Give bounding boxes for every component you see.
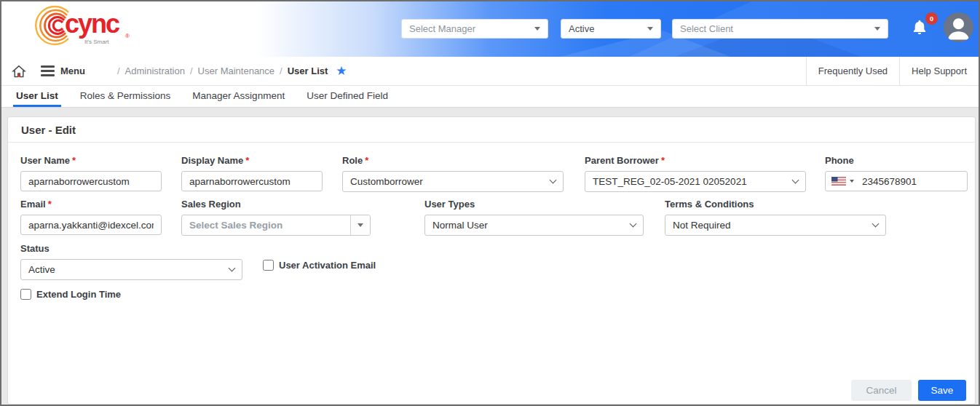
menu-hamburger-icon[interactable] <box>41 63 55 79</box>
terms-conditions-field-group: Terms & Conditions Not Required <box>665 199 886 236</box>
terms-conditions-value: Not Required <box>673 220 873 231</box>
chevron-down-icon <box>872 220 880 228</box>
email-label: Email* <box>20 199 162 210</box>
chevron-down-icon <box>229 265 236 272</box>
dropdown-arrow-icon <box>534 27 540 31</box>
breadcrumb-administration[interactable]: Administration <box>125 65 185 76</box>
breadcrumb-separator: / <box>117 65 120 76</box>
sales-region-label: Sales Region <box>181 199 371 210</box>
sales-region-dropdown-button[interactable] <box>350 215 370 235</box>
sales-region-combobox[interactable]: Select Sales Region <box>181 215 371 236</box>
breadcrumb-bar: Menu / Administration / User Maintenance… <box>1 57 979 86</box>
favorite-star-icon[interactable]: ★ <box>336 63 347 79</box>
parent-borrower-value: TEST_REG_02-05-2021 02052021 <box>593 176 793 187</box>
tab-user-defined-field[interactable]: User Defined Field <box>304 90 391 107</box>
breadcrumb-separator: / <box>190 65 193 76</box>
select-client-dropdown[interactable]: Select Client <box>672 19 888 39</box>
required-asterisk: * <box>72 155 76 166</box>
terms-conditions-select[interactable]: Not Required <box>665 215 886 236</box>
required-asterisk: * <box>365 155 368 166</box>
home-icon <box>12 64 26 79</box>
email-input[interactable] <box>20 215 162 235</box>
user-activation-email-checkbox-row[interactable]: User Activation Email <box>263 260 376 271</box>
person-icon <box>944 12 973 42</box>
tab-manager-assignment[interactable]: Manager Assignment <box>189 90 288 107</box>
user-name-label: User Name* <box>20 155 162 166</box>
user-name-input[interactable] <box>20 171 162 191</box>
parent-borrower-select[interactable]: TEST_REG_02-05-2021 02052021 <box>585 171 806 192</box>
help-support-link[interactable]: Help Support <box>899 57 979 85</box>
extend-login-time-checkbox[interactable] <box>20 289 31 300</box>
logo-wordmark: cync <box>65 11 119 37</box>
top-header: cync ® It's Smart Select Manager Active … <box>1 1 979 57</box>
tab-roles-permissions[interactable]: Roles & Permissions <box>77 90 174 107</box>
chevron-down-icon <box>630 220 637 228</box>
select-client-value: Select Client <box>680 23 869 34</box>
breadcrumb-user-list[interactable]: User List <box>288 65 328 76</box>
user-types-select[interactable]: Normal User <box>424 215 644 236</box>
user-types-field-group: User Types Normal User <box>424 199 644 236</box>
extend-login-time-checkbox-row[interactable]: Extend Login Time <box>20 289 121 300</box>
breadcrumb-links: Frequently Used Help Support <box>806 57 979 85</box>
flag-dropdown-arrow-icon[interactable] <box>850 180 854 183</box>
required-asterisk: * <box>245 155 249 166</box>
frequently-used-link[interactable]: Frequently Used <box>806 57 899 85</box>
tab-user-list[interactable]: User List <box>13 90 61 107</box>
save-button[interactable]: Save <box>918 380 966 401</box>
select-manager-value: Select Manager <box>409 23 529 34</box>
breadcrumb-user-maintenance[interactable]: User Maintenance <box>198 65 275 76</box>
user-avatar[interactable] <box>944 12 973 42</box>
dropdown-arrow-icon <box>874 27 880 31</box>
breadcrumb: / Administration / User Maintenance / Us… <box>117 63 347 79</box>
user-edit-panel: User - Edit User Name* Display Name* Rol… <box>7 116 976 405</box>
user-types-value: Normal User <box>432 220 631 231</box>
role-value: Customborrower <box>350 176 550 187</box>
role-field-group: Role* Customborrower <box>342 155 564 192</box>
chevron-down-icon <box>550 177 557 184</box>
role-label: Role* <box>342 155 564 166</box>
phone-number-value: 2345678901 <box>862 176 917 187</box>
required-asterisk: * <box>48 199 52 210</box>
status-value: Active <box>28 264 229 275</box>
chevron-down-icon <box>792 177 799 184</box>
display-name-label: Display Name* <box>181 155 323 166</box>
parent-borrower-label: Parent Borrower* <box>585 155 806 166</box>
content-area: User - Edit User Name* Display Name* Rol… <box>1 108 979 405</box>
user-types-label: User Types <box>424 199 644 210</box>
home-button[interactable] <box>12 64 26 79</box>
status-label: Status <box>20 243 242 254</box>
user-activation-email-label: User Activation Email <box>279 260 376 271</box>
app-window: cync ® It's Smart Select Manager Active … <box>0 0 980 406</box>
email-field-group: Email* <box>20 199 162 235</box>
terms-conditions-label: Terms & Conditions <box>665 199 886 210</box>
display-name-input[interactable] <box>181 171 323 191</box>
sales-region-placeholder: Select Sales Region <box>182 215 350 235</box>
cancel-button[interactable]: Cancel <box>851 380 912 401</box>
us-flag-icon <box>831 177 846 186</box>
phone-label: Phone <box>825 155 968 166</box>
tab-bar: User List Roles & Permissions Manager As… <box>1 86 979 108</box>
dropdown-arrow-icon <box>647 27 653 31</box>
cync-logo: cync ® It's Smart <box>33 5 143 52</box>
parent-borrower-field-group: Parent Borrower* TEST_REG_02-05-2021 020… <box>585 155 806 192</box>
select-manager-dropdown[interactable]: Select Manager <box>401 19 548 39</box>
phone-field-group: Phone 2345678901 <box>825 155 968 191</box>
panel-title: User - Edit <box>8 117 975 143</box>
phone-input[interactable]: 2345678901 <box>825 171 968 191</box>
dropdown-arrow-icon <box>357 223 363 227</box>
notifications-button[interactable]: 0 <box>910 17 935 42</box>
status-filter-dropdown[interactable]: Active <box>561 19 661 39</box>
status-field-group: Status Active <box>20 243 242 280</box>
status-filter-value: Active <box>569 23 641 34</box>
registered-mark: ® <box>125 33 130 39</box>
menu-label[interactable]: Menu <box>60 65 85 76</box>
sales-region-field-group: Sales Region Select Sales Region <box>181 199 371 236</box>
extend-login-time-label: Extend Login Time <box>36 289 121 300</box>
logo-tagline: It's Smart <box>84 39 109 45</box>
role-select[interactable]: Customborrower <box>342 171 564 192</box>
user-activation-email-checkbox[interactable] <box>263 260 274 271</box>
breadcrumb-separator: / <box>280 65 282 76</box>
status-select[interactable]: Active <box>20 259 242 280</box>
display-name-field-group: Display Name* <box>181 155 323 191</box>
user-name-field-group: User Name* <box>20 155 162 191</box>
